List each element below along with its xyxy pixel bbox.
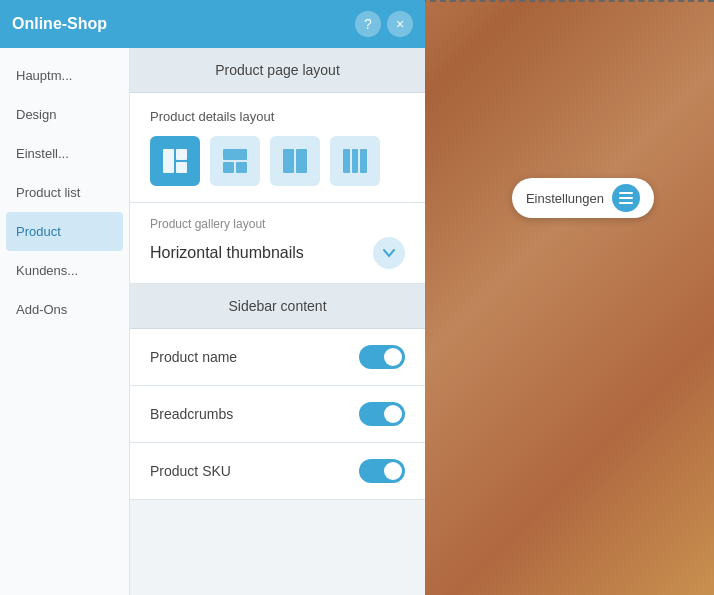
layout-icon-1[interactable]: [150, 136, 200, 186]
layout-icon-2[interactable]: [210, 136, 260, 186]
svg-rect-2: [619, 202, 633, 204]
sidebar: Hauptm... Design Einstell... Product lis…: [0, 48, 130, 595]
product-name-check-icon: ✓: [392, 352, 400, 363]
product-details-label: Product details layout: [150, 109, 405, 124]
help-button[interactable]: ?: [355, 11, 381, 37]
svg-rect-6: [223, 149, 247, 160]
main-content: Product page layout Product details layo…: [130, 48, 425, 595]
svg-rect-5: [176, 162, 187, 173]
sidebar-item-product[interactable]: Product: [6, 212, 123, 251]
panel: Online-Shop ? × Hauptm... Design Einstel…: [0, 0, 425, 595]
svg-rect-7: [223, 162, 234, 173]
sidebar-content-label: Sidebar content: [228, 298, 326, 314]
close-button[interactable]: ×: [387, 11, 413, 37]
svg-rect-1: [619, 197, 633, 199]
svg-rect-13: [360, 149, 367, 173]
svg-rect-8: [236, 162, 247, 173]
layout-icons-row: [150, 136, 405, 186]
panel-header: Online-Shop ? ×: [0, 0, 425, 48]
page-layout-label: Product page layout: [215, 62, 340, 78]
breadcrumbs-label: Breadcrumbs: [150, 406, 233, 422]
panel-title: Online-Shop: [12, 15, 349, 33]
svg-rect-4: [176, 149, 187, 160]
einstellungen-label: Einstellungen: [526, 191, 604, 206]
svg-rect-10: [296, 149, 307, 173]
gallery-select-value: Horizontal thumbnails: [150, 244, 304, 262]
product-name-label: Product name: [150, 349, 237, 365]
layout-icon-3[interactable]: [270, 136, 320, 186]
product-sku-check-icon: ✓: [392, 466, 400, 477]
svg-rect-9: [283, 149, 294, 173]
sidebar-item-hauptmenu[interactable]: Hauptm...: [0, 56, 129, 95]
sidebar-item-kundenseite[interactable]: Kundens...: [0, 251, 129, 290]
sidebar-item-einstellungen[interactable]: Einstell...: [0, 134, 129, 173]
breadcrumbs-check-icon: ✓: [392, 409, 400, 420]
gallery-select-row: Horizontal thumbnails: [150, 237, 405, 269]
einstellungen-badge[interactable]: Einstellungen: [512, 178, 654, 218]
sidebar-item-design[interactable]: Design: [0, 95, 129, 134]
sidebar-item-addons[interactable]: Add-Ons: [0, 290, 129, 329]
dashed-border: [420, 0, 714, 595]
product-details-block: Product details layout: [130, 93, 425, 203]
svg-rect-0: [619, 192, 633, 194]
gallery-dropdown-button[interactable]: [373, 237, 405, 269]
svg-rect-12: [352, 149, 358, 173]
svg-rect-11: [343, 149, 350, 173]
breadcrumbs-row: Breadcrumbs ✓: [130, 386, 425, 443]
product-sku-toggle[interactable]: ✓: [359, 459, 405, 483]
product-name-toggle[interactable]: ✓: [359, 345, 405, 369]
breadcrumbs-toggle[interactable]: ✓: [359, 402, 405, 426]
product-name-row: Product name ✓: [130, 329, 425, 386]
product-sku-label: Product SKU: [150, 463, 231, 479]
svg-rect-3: [163, 149, 174, 173]
product-sku-row: Product SKU ✓: [130, 443, 425, 500]
layout-icon-4[interactable]: [330, 136, 380, 186]
panel-body: Hauptm... Design Einstell... Product lis…: [0, 48, 425, 595]
page-layout-section-header: Product page layout: [130, 48, 425, 93]
sidebar-content-section-header: Sidebar content: [130, 284, 425, 329]
gallery-label: Product gallery layout: [150, 217, 405, 231]
sidebar-item-product-list[interactable]: Product list: [0, 173, 129, 212]
einstellungen-icon: [612, 184, 640, 212]
gallery-layout-block: Product gallery layout Horizontal thumbn…: [130, 203, 425, 284]
